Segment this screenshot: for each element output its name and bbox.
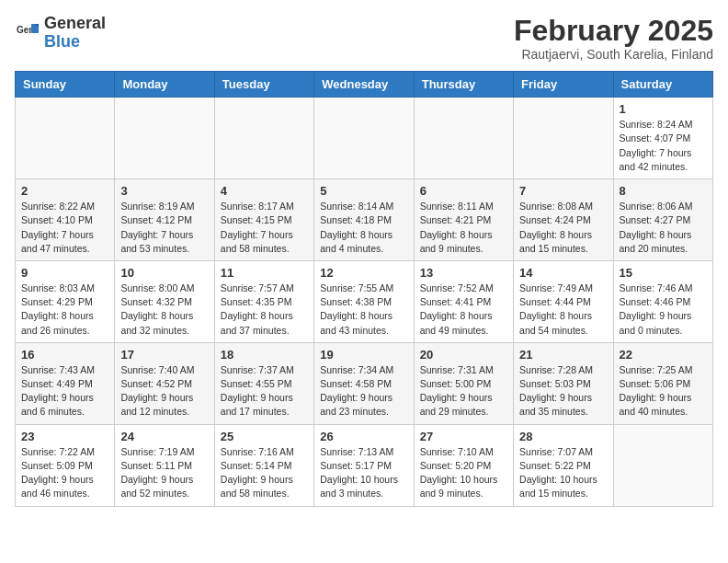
table-row: 6Sunrise: 8:11 AMSunset: 4:21 PMDaylight… [414, 179, 513, 261]
calendar-week-row: 23Sunrise: 7:22 AMSunset: 5:09 PMDayligh… [16, 424, 713, 506]
day-info: Sunrise: 7:25 AMSunset: 5:06 PMDaylight:… [620, 363, 707, 419]
day-info: Sunrise: 8:00 AMSunset: 4:32 PMDaylight:… [120, 282, 208, 338]
day-info: Sunrise: 7:52 AMSunset: 4:41 PMDaylight:… [420, 282, 507, 338]
day-info: Sunrise: 7:28 AMSunset: 5:03 PMDaylight:… [519, 363, 607, 419]
day-info: Sunrise: 7:49 AMSunset: 4:44 PMDaylight:… [519, 282, 607, 338]
table-row: 22Sunrise: 7:25 AMSunset: 5:06 PMDayligh… [613, 342, 712, 424]
table-row [214, 98, 313, 179]
day-info: Sunrise: 8:06 AMSunset: 4:27 PMDaylight:… [620, 200, 707, 256]
table-row: 15Sunrise: 7:46 AMSunset: 4:46 PMDayligh… [613, 260, 712, 342]
day-info: Sunrise: 7:10 AMSunset: 5:20 PMDaylight:… [420, 445, 507, 501]
day-info: Sunrise: 8:17 AMSunset: 4:15 PMDaylight:… [221, 200, 308, 256]
logo-general: General [44, 15, 106, 33]
calendar-week-row: 2Sunrise: 8:22 AMSunset: 4:10 PMDaylight… [16, 179, 713, 261]
day-number: 12 [320, 266, 407, 280]
day-number: 2 [21, 184, 108, 198]
calendar-week-row: 9Sunrise: 8:03 AMSunset: 4:29 PMDaylight… [16, 260, 713, 342]
col-monday: Monday [115, 72, 214, 98]
day-info: Sunrise: 8:22 AMSunset: 4:10 PMDaylight:… [21, 200, 108, 256]
logo-icon: Gen [15, 20, 40, 46]
table-row: 9Sunrise: 8:03 AMSunset: 4:29 PMDaylight… [16, 260, 115, 342]
day-info: Sunrise: 8:19 AMSunset: 4:12 PMDaylight:… [120, 200, 208, 256]
table-row: 16Sunrise: 7:43 AMSunset: 4:49 PMDayligh… [16, 342, 115, 424]
calendar-table: Sunday Monday Tuesday Wednesday Thursday… [15, 71, 713, 506]
table-row: 13Sunrise: 7:52 AMSunset: 4:41 PMDayligh… [414, 260, 513, 342]
table-row [16, 98, 115, 179]
calendar-week-row: 16Sunrise: 7:43 AMSunset: 4:49 PMDayligh… [16, 342, 713, 424]
day-number: 23 [21, 430, 108, 443]
page-header: Gen General Blue February 2025 Rautjaerv… [15, 15, 713, 62]
day-info: Sunrise: 8:14 AMSunset: 4:18 PMDaylight:… [320, 200, 407, 256]
table-row: 12Sunrise: 7:55 AMSunset: 4:38 PMDayligh… [314, 260, 414, 342]
day-number: 25 [221, 430, 308, 443]
day-number: 8 [620, 184, 707, 198]
month-title: February 2025 [514, 15, 713, 47]
table-row: 25Sunrise: 7:16 AMSunset: 5:14 PMDayligh… [214, 424, 313, 506]
day-number: 6 [420, 184, 507, 198]
day-info: Sunrise: 7:46 AMSunset: 4:46 PMDaylight:… [620, 282, 707, 338]
day-info: Sunrise: 7:07 AMSunset: 5:22 PMDaylight:… [519, 445, 607, 501]
day-number: 3 [120, 184, 208, 198]
day-info: Sunrise: 7:19 AMSunset: 5:11 PMDaylight:… [120, 445, 208, 501]
table-row: 24Sunrise: 7:19 AMSunset: 5:11 PMDayligh… [115, 424, 214, 506]
table-row: 8Sunrise: 8:06 AMSunset: 4:27 PMDaylight… [613, 179, 712, 261]
table-row [314, 98, 414, 179]
day-info: Sunrise: 7:34 AMSunset: 4:58 PMDaylight:… [320, 363, 407, 419]
day-info: Sunrise: 7:16 AMSunset: 5:14 PMDaylight:… [221, 445, 308, 501]
day-number: 7 [519, 184, 607, 198]
calendar-header-row: Sunday Monday Tuesday Wednesday Thursday… [16, 72, 713, 98]
table-row: 1Sunrise: 8:24 AMSunset: 4:07 PMDaylight… [613, 98, 712, 179]
table-row [414, 98, 513, 179]
day-number: 26 [320, 430, 407, 443]
day-info: Sunrise: 8:08 AMSunset: 4:24 PMDaylight:… [519, 200, 607, 256]
day-info: Sunrise: 7:40 AMSunset: 4:52 PMDaylight:… [120, 363, 208, 419]
day-info: Sunrise: 8:24 AMSunset: 4:07 PMDaylight:… [620, 118, 707, 174]
day-info: Sunrise: 8:11 AMSunset: 4:21 PMDaylight:… [420, 200, 507, 256]
day-number: 22 [620, 348, 707, 362]
col-sunday: Sunday [16, 72, 115, 98]
table-row: 17Sunrise: 7:40 AMSunset: 4:52 PMDayligh… [115, 342, 214, 424]
day-info: Sunrise: 8:03 AMSunset: 4:29 PMDaylight:… [21, 282, 108, 338]
day-number: 15 [620, 266, 707, 280]
day-number: 18 [221, 348, 308, 362]
day-number: 14 [519, 266, 607, 280]
table-row: 23Sunrise: 7:22 AMSunset: 5:09 PMDayligh… [16, 424, 115, 506]
table-row: 4Sunrise: 8:17 AMSunset: 4:15 PMDaylight… [214, 179, 313, 261]
table-row [613, 424, 712, 506]
table-row: 14Sunrise: 7:49 AMSunset: 4:44 PMDayligh… [514, 260, 613, 342]
day-info: Sunrise: 7:57 AMSunset: 4:35 PMDaylight:… [221, 282, 308, 338]
day-info: Sunrise: 7:55 AMSunset: 4:38 PMDaylight:… [320, 282, 407, 338]
day-number: 27 [420, 430, 507, 443]
day-number: 21 [519, 348, 607, 362]
table-row: 3Sunrise: 8:19 AMSunset: 4:12 PMDaylight… [115, 179, 214, 261]
day-number: 16 [21, 348, 108, 362]
table-row: 27Sunrise: 7:10 AMSunset: 5:20 PMDayligh… [414, 424, 513, 506]
day-number: 17 [120, 348, 208, 362]
day-number: 4 [221, 184, 308, 198]
col-wednesday: Wednesday [314, 72, 414, 98]
table-row [514, 98, 613, 179]
col-tuesday: Tuesday [214, 72, 313, 98]
col-saturday: Saturday [613, 72, 712, 98]
table-row: 28Sunrise: 7:07 AMSunset: 5:22 PMDayligh… [514, 424, 613, 506]
day-number: 19 [320, 348, 407, 362]
table-row: 26Sunrise: 7:13 AMSunset: 5:17 PMDayligh… [314, 424, 414, 506]
day-number: 10 [120, 266, 208, 280]
col-thursday: Thursday [414, 72, 513, 98]
day-number: 9 [21, 266, 108, 280]
day-number: 20 [420, 348, 507, 362]
table-row: 20Sunrise: 7:31 AMSunset: 5:00 PMDayligh… [414, 342, 513, 424]
day-number: 28 [519, 430, 607, 443]
logo-blue: Blue [44, 33, 106, 52]
table-row [115, 98, 214, 179]
day-number: 5 [320, 184, 407, 198]
day-info: Sunrise: 7:31 AMSunset: 5:00 PMDaylight:… [420, 363, 507, 419]
day-number: 13 [420, 266, 507, 280]
col-friday: Friday [514, 72, 613, 98]
calendar-week-row: 1Sunrise: 8:24 AMSunset: 4:07 PMDaylight… [16, 98, 713, 179]
table-row: 2Sunrise: 8:22 AMSunset: 4:10 PMDaylight… [16, 179, 115, 261]
day-number: 11 [221, 266, 308, 280]
location-subtitle: Rautjaervi, South Karelia, Finland [514, 47, 713, 62]
table-row: 7Sunrise: 8:08 AMSunset: 4:24 PMDaylight… [514, 179, 613, 261]
table-row: 19Sunrise: 7:34 AMSunset: 4:58 PMDayligh… [314, 342, 414, 424]
